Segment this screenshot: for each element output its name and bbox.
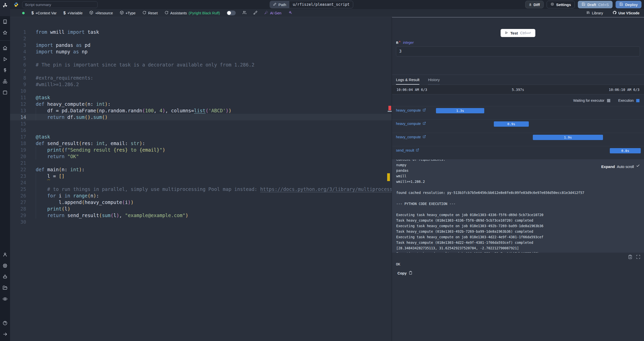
reset-button[interactable]: Reset — [142, 11, 158, 15]
tab-history[interactable]: History — [428, 78, 440, 85]
ai-gen-button[interactable]: AI Gen — [264, 11, 281, 15]
diff-button[interactable]: ± Diff — [525, 1, 543, 8]
settings-button[interactable]: Settings — [547, 1, 575, 8]
multiplayer-button[interactable] — [243, 11, 247, 15]
tab-logs-result[interactable]: Logs & Result — [396, 78, 419, 85]
code-line[interactable]: 28 print(l) — [10, 206, 392, 212]
code-line[interactable]: 13 df = pd.DataFrame(np.random.randn(100… — [10, 107, 392, 114]
code-line[interactable]: 30 — [10, 219, 392, 225]
code-line[interactable]: 22def main(n: int): — [10, 166, 392, 173]
add-type-button[interactable]: +Type — [120, 11, 136, 15]
code-line[interactable]: 4import numpy as np — [10, 48, 392, 55]
assistants-button[interactable]: Assistants (Pyright Black Ruff) — [165, 11, 220, 15]
code-line[interactable]: 9#wmill>=1.286.2 — [10, 81, 392, 88]
settings-gear-icon[interactable] — [2, 263, 8, 268]
fullscreen-icon[interactable] — [636, 255, 640, 260]
code-line[interactable]: 6# The pin is important since task is a … — [10, 61, 392, 68]
log-line: [28.348434282735113, 31.625429237520784,… — [396, 245, 644, 251]
task-job-link[interactable]: heavy_compute — [396, 135, 426, 139]
code-line[interactable]: 7 — [10, 68, 392, 75]
code-line[interactable]: 26 for i in range(n): — [10, 192, 392, 199]
code-line[interactable]: 12def heavy_compute(n: int): — [10, 101, 392, 107]
code-line[interactable]: 1from wmill import task — [10, 29, 392, 35]
add-resource-button[interactable]: +Resource — [89, 11, 113, 15]
deploy-button[interactable]: Deploy — [616, 1, 641, 8]
test-button[interactable]: Test Ctrl+↵ — [501, 29, 535, 37]
use-vscode-button[interactable]: Use VScode — [613, 11, 639, 15]
favorites-star-icon[interactable] — [2, 30, 8, 36]
test-shortcut: Ctrl+↵ — [520, 31, 532, 35]
line-number: 6 — [10, 61, 26, 68]
code-text: import numpy as np — [26, 48, 88, 55]
code-line[interactable]: 20 return "OK" — [10, 153, 392, 160]
diff-mode-toggle[interactable] — [227, 11, 236, 15]
draft-button[interactable]: Draft Ctrl+S — [578, 1, 613, 8]
indent-guide — [36, 153, 36, 160]
folders-icon[interactable] — [2, 285, 8, 291]
add-variable-button[interactable]: $ +Variable — [63, 11, 83, 15]
arg-n-input[interactable] — [396, 46, 640, 56]
refresh-icon — [165, 11, 169, 15]
code-line[interactable]: 19 print(f"Sending result {res} to {emai… — [10, 147, 392, 153]
logs-viewer[interactable]: content of requirements:numpypandaswmill… — [392, 159, 644, 253]
package-icon — [89, 11, 93, 15]
code-line[interactable]: 27 l.append(heavy_compute(i)) — [10, 199, 392, 206]
library-button[interactable]: Library — [586, 11, 603, 15]
autoscroll-toggle[interactable]: Auto scroll — [617, 164, 634, 169]
code-line[interactable]: 15 — [10, 120, 392, 127]
collapse-arrow-icon[interactable] — [2, 331, 8, 337]
log-line: Executing task heavy_compute on job 018e… — [396, 234, 644, 240]
copy-result-button[interactable]: Copy — [392, 266, 644, 276]
audit-eye-icon[interactable] — [2, 296, 8, 302]
resources-boxes-icon[interactable] — [2, 79, 8, 84]
format-brush-button[interactable] — [253, 11, 257, 15]
code-line[interactable]: 29 return send_result(sum(l), "example@e… — [10, 212, 392, 219]
code-line[interactable]: 2 — [10, 35, 392, 42]
workers-robot-icon[interactable] — [2, 274, 8, 280]
sparkles-icon-button[interactable] — [288, 11, 292, 15]
variables-dollar-icon[interactable] — [2, 67, 8, 73]
copy-result-icon[interactable] — [628, 255, 632, 260]
script-summary-input[interactable] — [22, 1, 98, 8]
task-job-link[interactable]: heavy_compute — [396, 108, 426, 112]
sidebar-divider — [0, 40, 10, 41]
expand-logs-button[interactable]: Expand — [601, 164, 615, 169]
run-duration: 5.397s — [512, 88, 524, 92]
code-line[interactable]: 25 # to run things in parallel, simply u… — [10, 186, 392, 192]
code-line[interactable]: 16 — [10, 127, 392, 133]
help-icon[interactable] — [2, 320, 8, 326]
code-line[interactable]: 24 — [10, 179, 392, 186]
home-icon[interactable] — [2, 45, 8, 51]
edit-path-button[interactable]: Path — [270, 1, 289, 8]
code-line[interactable]: 5 — [10, 55, 392, 61]
runs-play-icon[interactable] — [2, 56, 8, 62]
task-job-link[interactable]: send_result — [396, 148, 419, 152]
code-line[interactable]: 23 l = [] — [10, 173, 392, 179]
code-line[interactable]: 17@task — [10, 133, 392, 140]
external-link-icon — [423, 108, 426, 112]
code-line[interactable]: 11@task — [10, 94, 392, 101]
test-panel: Test Ctrl+↵ n* integer Logs & Result His… — [392, 17, 644, 341]
line-number: 13 — [10, 107, 26, 114]
code-text: # to run things in parallel, simply use … — [26, 186, 392, 192]
schedules-calendar-icon[interactable] — [2, 90, 8, 95]
execution-bar: 1.3s — [436, 108, 484, 113]
external-link-icon — [423, 135, 426, 139]
code-line[interactable]: 8#extra_requirements: — [10, 75, 392, 81]
execution-bar: 0.8s — [610, 148, 641, 153]
add-context-var-button[interactable]: $ +Context Var — [31, 11, 57, 15]
code-line[interactable]: 18def send_result(res: int, email: str): — [10, 140, 392, 147]
line-number: 9 — [10, 81, 26, 88]
task-job-link[interactable]: heavy_compute — [396, 122, 426, 126]
code-text: from wmill import task — [26, 29, 99, 35]
user-icon[interactable] — [2, 252, 8, 257]
code-editor[interactable]: 1from wmill import task23import pandas a… — [10, 17, 392, 341]
windmill-logo[interactable] — [0, 0, 10, 16]
code-line[interactable]: 21 — [10, 160, 392, 166]
arg-type: integer — [403, 41, 414, 45]
code-line[interactable]: 10 — [10, 88, 392, 94]
log-line — [396, 184, 644, 190]
code-line[interactable]: 14 return df.sum().sum() — [10, 114, 392, 120]
workspace-icon[interactable] — [2, 19, 8, 24]
code-line[interactable]: 3import pandas as pd — [10, 42, 392, 48]
